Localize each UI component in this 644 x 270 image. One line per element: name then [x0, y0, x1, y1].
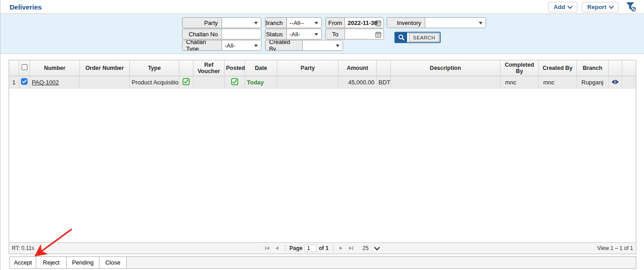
status-filter-value: -All- [290, 31, 300, 38]
status-filter-label: Status [265, 29, 287, 39]
created-by-filter-select[interactable] [303, 40, 343, 50]
pager-divider [333, 245, 333, 252]
challan-type-filter-select[interactable]: -All- [222, 40, 261, 50]
header-amount[interactable]: Amount [339, 60, 377, 76]
add-button-label: Add [554, 4, 565, 10]
select-all-checkbox[interactable] [21, 64, 28, 72]
chevron-down-icon [479, 22, 482, 25]
table-row[interactable]: 1 PAQ-1002 Product Acquisition [9, 76, 636, 88]
grid-footer: RT: 0.11s Page of 1 25 View 1 – 1 of 1 [9, 242, 636, 254]
challan-type-filter-label: Challan Type [182, 40, 222, 50]
header-branch[interactable]: Branch [577, 60, 609, 76]
header-completed-by[interactable]: Completed By [501, 60, 539, 76]
calendar-icon[interactable] [375, 20, 381, 28]
reject-button[interactable]: Reject [36, 257, 67, 268]
report-button-label: Report [587, 4, 606, 10]
deliveries-grid: Number Order Number Type Ref Voucher Pos… [9, 60, 636, 254]
first-page-button[interactable] [263, 245, 271, 252]
search-button-label: SEARCH [409, 33, 439, 42]
view-range: View 1 – 1 of 1 [597, 243, 633, 254]
status-filter-group: Status -All- [265, 29, 322, 39]
top-actions: Add Report [548, 1, 639, 13]
to-date-input[interactable] [345, 29, 383, 39]
to-date-label: To [326, 29, 345, 39]
header-description[interactable]: Description [391, 60, 501, 76]
header-blank-4 [622, 60, 636, 76]
to-date-filter-group: To [325, 29, 384, 39]
search-icon [395, 33, 407, 42]
page-size-select[interactable]: 25 [360, 245, 382, 252]
challan-no-input[interactable] [222, 29, 261, 39]
header-number[interactable]: Number [30, 60, 80, 76]
chevron-down-icon [567, 4, 572, 9]
row-ref-voucher [193, 76, 225, 88]
chevron-down-icon [609, 4, 614, 9]
row-number-text[interactable]: PAQ-1002 [32, 79, 59, 86]
inventory-filter-label: Inventory [387, 18, 425, 28]
chevron-down-icon [315, 22, 318, 25]
report-button[interactable]: Report [582, 2, 619, 12]
row-checkbox-checked[interactable] [21, 78, 28, 86]
chevron-down-icon [374, 245, 380, 250]
row-posted-cell [225, 76, 245, 88]
row-order-number [80, 76, 130, 88]
party-filter-select[interactable] [222, 18, 261, 28]
chevron-down-icon [315, 33, 318, 36]
green-check-icon [231, 78, 238, 87]
pager-divider [285, 245, 285, 252]
page-label: Page [290, 245, 303, 251]
row-index: 1 [9, 76, 19, 88]
prev-page-button[interactable] [273, 245, 281, 252]
chevron-down-icon [254, 22, 258, 25]
filter-clear-icon[interactable] [623, 1, 639, 13]
page-count-label: of 1 [319, 245, 328, 251]
top-bar: Deliveries Add Report [0, 0, 644, 14]
select-all-cell [19, 60, 30, 76]
header-ref-voucher[interactable]: Ref Voucher [193, 60, 225, 76]
chevron-down-icon [336, 44, 339, 47]
accept-button[interactable]: Accept [10, 257, 36, 268]
challan-type-filter-group: Challan Type -All- [182, 40, 261, 51]
pending-button[interactable]: Pending [67, 257, 99, 268]
from-date-filter-group: From 2022-11-30 [325, 17, 384, 28]
row-number-link[interactable]: PAQ-1002 [30, 76, 80, 88]
row-amount: 45,000.00 [339, 76, 377, 88]
inventory-filter-select[interactable] [425, 18, 486, 28]
from-date-value: 2022-11-30 [348, 20, 378, 26]
last-page-button[interactable] [347, 245, 355, 252]
header-blank-2 [377, 60, 391, 76]
header-type[interactable]: Type [130, 60, 179, 76]
page-input[interactable] [305, 245, 316, 252]
row-party [277, 76, 339, 88]
chevron-down-icon [254, 44, 258, 47]
from-date-input[interactable]: 2022-11-30 [345, 18, 383, 28]
header-created-by[interactable]: Created By [539, 60, 577, 76]
calendar-icon[interactable] [375, 31, 381, 39]
branch-filter-select[interactable]: --All-- [287, 18, 321, 28]
status-filter-select[interactable]: -All- [287, 29, 321, 39]
header-row-number [9, 60, 19, 76]
party-filter-label: Party [182, 18, 222, 28]
row-branch: Rupganj [577, 76, 609, 88]
next-page-button[interactable] [337, 245, 345, 252]
challan-no-filter-label: Challan No [182, 29, 222, 39]
row-date-text: Today [247, 79, 264, 86]
header-posted[interactable]: Posted [225, 60, 245, 76]
header-date[interactable]: Date [245, 60, 277, 76]
grid-empty-body [9, 88, 636, 242]
inventory-filter-group: Inventory [387, 17, 486, 28]
challan-type-filter-value: -All- [225, 42, 235, 49]
search-button[interactable]: SEARCH [394, 32, 441, 43]
page-title: Deliveries [10, 3, 42, 11]
add-button[interactable]: Add [548, 2, 577, 12]
eye-icon[interactable] [611, 79, 619, 86]
row-checkbox-cell [19, 76, 30, 88]
header-order-number[interactable]: Order Number [80, 60, 130, 76]
header-party[interactable]: Party [277, 60, 339, 76]
close-button[interactable]: Close [99, 257, 127, 268]
row-view-cell [609, 76, 622, 88]
row-flag-cell [179, 76, 193, 88]
header-blank-1 [179, 60, 193, 76]
branch-filter-label: Branch [265, 18, 287, 28]
branch-filter-value: --All-- [290, 20, 304, 26]
